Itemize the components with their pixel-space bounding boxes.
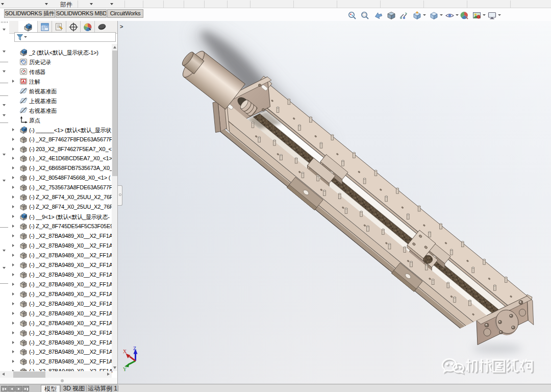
svg-text:Y: Y <box>123 366 127 372</box>
svg-text:Z: Z <box>133 346 136 351</box>
svg-text:X: X <box>123 349 127 354</box>
svg-text:A: A <box>22 79 25 84</box>
